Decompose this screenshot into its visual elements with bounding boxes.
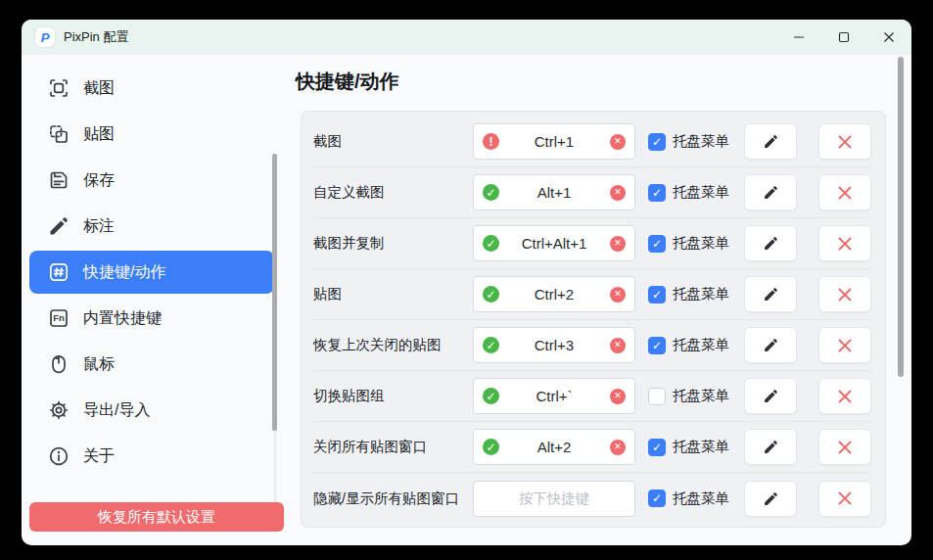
hotkey-status-icon — [483, 133, 499, 150]
tray-menu-option: 托盘菜单 — [648, 234, 744, 253]
action-label: 隐藏/显示所有贴图窗口 — [313, 490, 473, 508]
tray-menu-label: 托盘菜单 — [673, 132, 729, 151]
tray-menu-checkbox[interactable] — [648, 337, 666, 354]
tray-menu-label: 托盘菜单 — [673, 183, 729, 202]
main-scrollbar-thumb[interactable] — [898, 57, 904, 377]
sidebar-item-pin-image[interactable]: 贴图 — [29, 113, 274, 156]
hotkey-input[interactable]: Ctrl+3 ✕ — [473, 327, 635, 363]
hotkey-status-icon — [483, 235, 499, 252]
edit-hotkey-button[interactable] — [744, 327, 797, 363]
title-bar: P PixPin 配置 — [22, 20, 911, 55]
tray-menu-checkbox[interactable] — [648, 388, 666, 405]
tray-menu-option: 托盘菜单 — [648, 490, 744, 508]
reset-defaults-button[interactable]: 恢复所有默认设置 — [29, 502, 284, 532]
hotkey-input[interactable]: 按下快捷键 — [473, 481, 635, 517]
hotkey-value: Ctrl+` — [536, 388, 572, 404]
hotkey-input[interactable]: Ctrl+` ✕ — [473, 378, 635, 414]
tray-menu-checkbox[interactable] — [648, 286, 666, 303]
hotkey-input[interactable]: Alt+2 ✕ — [473, 429, 635, 465]
tray-menu-checkbox[interactable] — [648, 133, 666, 151]
delete-hotkey-button[interactable] — [818, 481, 871, 517]
hotkey-row-custom-screenshot: 自定义截图 Alt+1 ✕ 托盘菜单 — [313, 167, 871, 218]
sidebar-item-about[interactable]: 关于 — [29, 435, 274, 478]
edit-hotkey-button[interactable] — [744, 429, 797, 465]
sidebar-item-mouse[interactable]: 鼠标 — [29, 343, 274, 386]
delete-hotkey-button[interactable] — [818, 327, 871, 363]
clear-hotkey-icon[interactable]: ✕ — [610, 389, 626, 404]
hotkey-input[interactable]: Ctrl+Alt+1 ✕ — [473, 225, 635, 261]
main-content: 快捷键/动作 截图 Ctrl+1 ✕ 托盘菜单 — [284, 55, 911, 545]
close-button[interactable] — [866, 20, 911, 55]
hotkey-row-screenshot: 截图 Ctrl+1 ✕ 托盘菜单 — [313, 117, 871, 167]
pencil-icon — [763, 439, 779, 455]
sidebar-item-screenshot[interactable]: 截图 — [29, 67, 274, 110]
hotkey-row-screenshot-and-copy: 截图并复制 Ctrl+Alt+1 ✕ 托盘菜单 — [313, 218, 871, 269]
edit-hotkey-button[interactable] — [744, 378, 797, 414]
sidebar-item-hotkeys-actions[interactable]: 快捷键/动作 — [29, 251, 274, 294]
tray-menu-label: 托盘菜单 — [673, 234, 729, 253]
tray-menu-checkbox[interactable] — [648, 184, 666, 202]
hotkey-status-icon — [483, 388, 499, 404]
pencil-icon — [763, 286, 779, 303]
hotkey-value: Alt+1 — [537, 184, 572, 201]
sidebar-item-label: 导出/导入 — [83, 400, 150, 421]
pencil-icon — [763, 388, 779, 404]
window-title: PixPin 配置 — [64, 28, 128, 46]
sidebar-item-builtin-hotkeys[interactable]: Fn 内置快捷键 — [29, 297, 274, 340]
tray-menu-label: 托盘菜单 — [673, 387, 729, 405]
pencil-icon — [763, 337, 779, 353]
sidebar-item-label: 标注 — [83, 216, 115, 237]
delete-hotkey-button[interactable] — [818, 174, 871, 210]
action-label: 截图并复制 — [313, 234, 473, 253]
tray-menu-label: 托盘菜单 — [673, 285, 729, 303]
sidebar-item-label: 鼠标 — [83, 354, 115, 375]
clear-hotkey-icon[interactable]: ✕ — [610, 338, 626, 353]
hotkey-input[interactable]: Ctrl+2 ✕ — [473, 276, 635, 312]
window-body: 截图 贴图 保存 标注 — [22, 55, 911, 545]
screenshot-icon — [47, 76, 70, 100]
clear-hotkey-icon[interactable]: ✕ — [610, 185, 626, 201]
hotkey-input[interactable]: Alt+1 ✕ — [473, 174, 635, 210]
sidebar-item-save[interactable]: 保存 — [29, 159, 274, 202]
fn-key-icon: Fn — [47, 306, 70, 330]
clear-hotkey-icon[interactable]: ✕ — [610, 134, 626, 150]
delete-hotkey-button[interactable] — [818, 378, 871, 414]
maximize-button[interactable] — [821, 20, 866, 55]
clear-hotkey-icon[interactable]: ✕ — [610, 287, 626, 303]
sidebar-item-annotate[interactable]: 标注 — [29, 205, 274, 248]
tray-menu-option: 托盘菜单 — [648, 336, 744, 354]
sidebar-scrollbar-thumb[interactable] — [272, 154, 277, 431]
clear-hotkey-icon[interactable]: ✕ — [610, 236, 626, 252]
tray-menu-checkbox[interactable] — [648, 235, 666, 253]
mouse-icon — [47, 352, 70, 376]
tray-menu-option: 托盘菜单 — [648, 132, 744, 151]
sidebar-item-label: 快捷键/动作 — [83, 262, 165, 283]
edit-hotkey-button[interactable] — [744, 481, 797, 517]
sidebar-item-label: 内置快捷键 — [83, 308, 162, 329]
tray-menu-checkbox[interactable] — [648, 439, 666, 456]
delete-hotkey-button[interactable] — [818, 225, 871, 261]
minimize-button[interactable] — [776, 20, 821, 55]
hotkey-input[interactable]: Ctrl+1 ✕ — [473, 123, 635, 160]
hotkey-placeholder: 按下快捷键 — [519, 490, 590, 508]
tray-menu-option: 托盘菜单 — [648, 183, 744, 202]
svg-text:Fn: Fn — [53, 312, 65, 323]
hotkey-value: Alt+2 — [537, 439, 572, 455]
annotate-pencil-icon — [47, 214, 70, 238]
sidebar: 截图 贴图 保存 标注 — [22, 55, 284, 545]
window-controls — [776, 20, 911, 55]
tray-menu-checkbox[interactable] — [648, 490, 666, 507]
delete-hotkey-button[interactable] — [818, 123, 871, 160]
sidebar-item-export-import[interactable]: 导出/导入 — [29, 389, 274, 432]
edit-hotkey-button[interactable] — [744, 225, 797, 261]
delete-hotkey-button[interactable] — [818, 276, 871, 312]
pencil-icon — [763, 133, 779, 150]
edit-hotkey-button[interactable] — [744, 174, 797, 210]
delete-hotkey-button[interactable] — [818, 429, 871, 465]
edit-hotkey-button[interactable] — [744, 276, 797, 312]
clear-hotkey-icon[interactable]: ✕ — [610, 440, 626, 455]
edit-hotkey-button[interactable] — [744, 123, 797, 160]
pin-image-icon — [47, 122, 70, 146]
delete-x-icon — [837, 287, 853, 303]
tray-menu-option: 托盘菜单 — [648, 387, 744, 405]
